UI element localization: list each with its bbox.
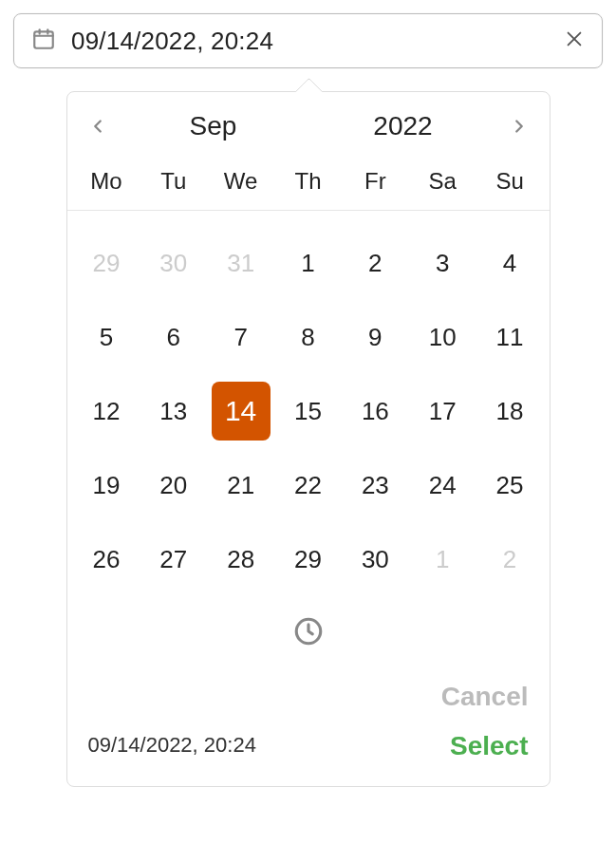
weekday-label: We	[207, 168, 274, 195]
datepicker-popover: Sep 2022 MoTuWeThFrSaSu 2930311234567891…	[66, 91, 551, 787]
day-cell-outside[interactable]: 31	[207, 241, 274, 285]
day-cell-outside[interactable]: 1	[409, 537, 476, 581]
day-cell[interactable]: 12	[73, 389, 140, 433]
day-cell[interactable]: 19	[73, 463, 140, 507]
month-label[interactable]: Sep	[119, 111, 308, 141]
day-cell[interactable]: 17	[409, 389, 476, 433]
selected-datetime: 09/14/2022, 20:24	[88, 733, 256, 761]
day-cell[interactable]: 6	[140, 315, 207, 359]
day-cell[interactable]: 11	[476, 315, 544, 359]
day-grid: 2930311234567891011121314151617181920212…	[67, 211, 550, 608]
clear-icon[interactable]	[564, 28, 585, 53]
weekday-row: MoTuWeThFrSaSu	[67, 160, 550, 211]
day-cell[interactable]: 8	[274, 315, 342, 359]
day-cell[interactable]: 20	[140, 463, 207, 507]
day-cell[interactable]: 2	[342, 241, 409, 285]
day-cell[interactable]: 28	[207, 537, 274, 581]
day-cell[interactable]: 30	[342, 537, 409, 581]
popover-footer: 09/14/2022, 20:24 Cancel Select	[67, 674, 550, 786]
day-cell[interactable]: 23	[342, 463, 409, 507]
svg-rect-0	[34, 31, 53, 47]
time-picker-button[interactable]	[292, 615, 325, 651]
day-cell[interactable]: 26	[73, 537, 140, 581]
weekday-label: Mo	[73, 168, 140, 195]
weekday-label: Tu	[140, 168, 207, 195]
day-cell-selected[interactable]: 14	[212, 382, 271, 441]
day-cell[interactable]: 9	[342, 315, 409, 359]
day-cell[interactable]: 25	[476, 463, 544, 507]
weekday-label: Sa	[409, 168, 476, 195]
day-cell[interactable]: 22	[274, 463, 342, 507]
day-cell[interactable]: 4	[476, 241, 544, 285]
weekday-label: Su	[476, 168, 544, 195]
day-cell[interactable]: 13	[140, 389, 207, 433]
day-cell[interactable]: 7	[207, 315, 274, 359]
calendar-icon	[31, 27, 56, 55]
datetime-input[interactable]: 09/14/2022, 20:24	[13, 13, 603, 68]
day-cell-outside[interactable]: 2	[476, 537, 544, 581]
day-cell[interactable]: 27	[140, 537, 207, 581]
cancel-button[interactable]: Cancel	[441, 682, 529, 712]
day-cell[interactable]: 3	[409, 241, 476, 285]
day-cell[interactable]: 29	[274, 537, 342, 581]
popover-caret	[299, 82, 318, 101]
datetime-value: 09/14/2022, 20:24	[71, 27, 564, 56]
day-cell[interactable]: 1	[274, 241, 342, 285]
select-button[interactable]: Select	[450, 731, 529, 761]
day-cell-outside[interactable]: 30	[140, 241, 207, 285]
day-cell[interactable]: 15	[274, 389, 342, 433]
day-cell[interactable]: 18	[476, 389, 544, 433]
next-month-button[interactable]	[498, 105, 540, 147]
weekday-label: Fr	[342, 168, 409, 195]
day-cell[interactable]: 10	[409, 315, 476, 359]
day-cell-outside[interactable]: 29	[73, 241, 140, 285]
prev-month-button[interactable]	[77, 105, 119, 147]
weekday-label: Th	[274, 168, 342, 195]
day-cell[interactable]: 24	[409, 463, 476, 507]
day-cell[interactable]: 16	[342, 389, 409, 433]
day-cell[interactable]: 21	[207, 463, 274, 507]
day-cell[interactable]: 5	[73, 315, 140, 359]
year-label[interactable]: 2022	[308, 111, 498, 141]
